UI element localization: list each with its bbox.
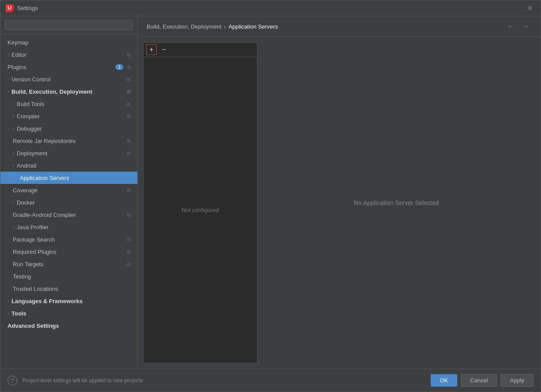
sidebar-item-run-targets[interactable]: Run Targets ⊞ [0,258,137,270]
chevron-right-icon: › [13,163,14,168]
right-panel: Build, Execution, Deployment › Applicati… [138,16,541,369]
expand-icon: ⊞ [125,187,132,194]
sidebar-item-build-tools[interactable]: › Build Tools ⊞ [0,98,137,110]
expand-icon: ⊞ [125,211,132,218]
expand-icon: ⊞ [125,137,132,144]
sidebar-item-deployment[interactable]: › Deployment ⊞ [0,147,137,159]
search-input[interactable] [5,20,133,30]
sidebar-item-advanced-settings[interactable]: Advanced Settings [0,319,137,332]
panel-header: Build, Execution, Deployment › Applicati… [138,16,541,37]
expand-icon: ⊞ [125,236,132,243]
server-list-panel: + − Not configured [143,42,258,363]
bottom-bar: ? Project-level settings will be applied… [0,369,541,392]
expand-icon: ⊞ [125,150,132,157]
sidebar-item-android[interactable]: › Android [0,159,137,172]
sidebar-item-testing[interactable]: Testing [0,270,137,282]
back-button[interactable]: ← [504,22,517,31]
cancel-button[interactable]: Cancel [461,374,497,387]
expand-icon: ⊞ [125,88,132,95]
sidebar-item-coverage[interactable]: Coverage ⊞ [0,184,137,196]
breadcrumb-parent: Build, Execution, Deployment [147,23,221,30]
titlebar: IJ Settings ✕ [0,0,541,16]
close-button[interactable]: ✕ [524,3,535,13]
server-list-content: Not configured [144,57,257,363]
apply-button[interactable]: Apply [501,374,534,387]
action-buttons: OK Cancel Apply [431,374,534,387]
app-icon: IJ [6,4,14,12]
chevron-right-icon: › [13,225,14,229]
chevron-right-icon: › [7,52,9,57]
expand-icon: ⊞ [125,248,132,255]
breadcrumb: Build, Execution, Deployment › Applicati… [147,23,278,30]
remove-server-button[interactable]: − [158,44,169,55]
server-detail-empty-text: No Application Server Selected [354,199,439,206]
expand-icon: ⊞ [125,113,132,120]
sidebar-item-package-search[interactable]: Package Search ⊞ [0,233,137,245]
sidebar-item-languages-frameworks[interactable]: › Languages & Frameworks [0,295,137,307]
panel-body: + − Not configured No Application Server… [138,37,541,369]
settings-dialog: IJ Settings ✕ Keymap › Editor ⊞ [0,0,541,392]
expand-icon: ⊞ [125,76,132,83]
sidebar-item-application-servers[interactable]: Application Servers [0,172,137,184]
server-list-empty-text: Not configured [182,207,219,213]
sidebar-item-gradle-android[interactable]: Gradle-Android Compiler ⊞ [0,209,137,221]
sidebar-item-required-plugins[interactable]: Required Plugins ⊞ [0,245,137,258]
sidebar: Keymap › Editor ⊞ Plugins 1 ⊞ › Version … [0,16,138,369]
sidebar-item-debugger[interactable]: › Debugger [0,122,137,135]
sidebar-item-remote-jar[interactable]: Remote Jar Repositories ⊞ [0,135,137,147]
main-content: Keymap › Editor ⊞ Plugins 1 ⊞ › Version … [0,16,541,369]
expand-icon: ⊞ [125,100,132,107]
plugins-badge: 1 [115,64,123,70]
forward-button[interactable]: → [519,22,532,31]
add-server-button[interactable]: + [146,44,157,55]
bottom-message: Project-level settings will be applied t… [22,377,425,384]
chevron-right-icon: › [13,126,14,131]
expand-icon: ⊞ [125,63,132,70]
sidebar-items: Keymap › Editor ⊞ Plugins 1 ⊞ › Version … [0,34,137,369]
expand-icon: ⊞ [125,260,132,267]
sidebar-item-docker[interactable]: › Docker [0,196,137,209]
titlebar-left: IJ Settings [6,4,38,12]
chevron-right-icon: › [7,311,9,315]
chevron-right-icon: › [13,200,14,205]
expand-icon: ⊞ [125,51,132,58]
chevron-right-icon: › [13,102,14,106]
breadcrumb-separator: › [224,23,226,30]
search-bar [0,16,137,34]
sidebar-item-editor[interactable]: › Editor ⊞ [0,48,137,61]
breadcrumb-current: Application Servers [228,23,278,30]
help-button[interactable]: ? [7,376,17,385]
chevron-right-icon: › [13,114,14,118]
server-detail-panel: No Application Server Selected [258,42,535,363]
chevron-right-icon: › [13,151,14,155]
chevron-right-icon: › [7,77,9,81]
sidebar-item-keymap[interactable]: Keymap [0,36,137,48]
chevron-right-icon: › [7,299,9,303]
nav-arrows: ← → [504,22,532,31]
window-title: Settings [17,5,38,11]
sidebar-item-compiler[interactable]: › Compiler ⊞ [0,110,137,122]
server-list-toolbar: + − [144,43,257,57]
sidebar-item-version-control[interactable]: › Version Control ⊞ [0,73,137,85]
chevron-down-icon: › [6,91,11,92]
sidebar-item-trusted-locations[interactable]: Trusted Locations [0,282,137,295]
sidebar-item-plugins[interactable]: Plugins 1 ⊞ [0,61,137,73]
ok-button[interactable]: OK [431,374,457,387]
sidebar-item-tools[interactable]: › Tools [0,307,137,319]
sidebar-item-java-profiler[interactable]: › Java Profiler [0,221,137,233]
sidebar-item-build-execution-deployment[interactable]: › Build, Execution, Deployment ⊞ [0,85,137,98]
